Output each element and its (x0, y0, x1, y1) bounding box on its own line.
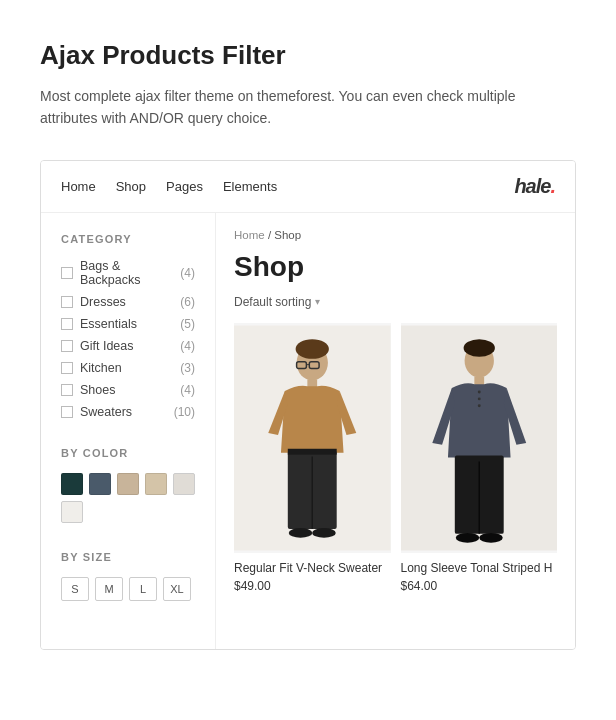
product-card-2[interactable]: Long Sleeve Tonal Striped H $64.00 (401, 323, 558, 593)
color-filter-section: BY COLOR (61, 447, 195, 523)
category-count-dresses: (6) (180, 295, 195, 309)
category-count-bags: (4) (180, 266, 195, 280)
color-swatch-white-gray[interactable] (61, 501, 83, 523)
category-name-bags[interactable]: Bags & Backpacks (80, 259, 180, 287)
nav-link-pages[interactable]: Pages (166, 179, 203, 194)
product-image-2 (401, 323, 558, 553)
product-name-1: Regular Fit V-Neck Sweater (234, 561, 391, 575)
svg-point-18 (477, 404, 480, 407)
breadcrumb-home[interactable]: Home (234, 229, 265, 241)
svg-point-21 (455, 533, 478, 543)
category-list: Bags & Backpacks (4) Dresses (6) (61, 259, 195, 419)
category-name-essentials[interactable]: Essentials (80, 317, 137, 331)
category-count-essentials: (5) (180, 317, 195, 331)
color-swatch-dark-teal[interactable] (61, 473, 83, 495)
sort-select[interactable]: Default sorting ▾ (234, 295, 320, 309)
list-item: Kitchen (3) (61, 361, 195, 375)
product-image-1 (234, 323, 391, 553)
color-swatch-tan[interactable] (117, 473, 139, 495)
svg-point-16 (477, 390, 480, 393)
product-price-2: $64.00 (401, 579, 558, 593)
product-name-2: Long Sleeve Tonal Striped H (401, 561, 558, 575)
svg-point-17 (477, 397, 480, 400)
category-name-gift-ideas[interactable]: Gift Ideas (80, 339, 134, 353)
page-wrapper: Ajax Products Filter Most complete ajax … (0, 0, 616, 650)
page-description: Most complete ajax filter theme on theme… (40, 85, 520, 130)
category-checkbox-shoes[interactable] (61, 384, 73, 396)
color-section-title: BY COLOR (61, 447, 195, 459)
color-swatch-slate-blue[interactable] (89, 473, 111, 495)
site-body: CATEGORY Bags & Backpacks (4) (41, 213, 575, 649)
category-name-shoes[interactable]: Shoes (80, 383, 115, 397)
size-options: S M L XL (61, 577, 195, 601)
list-item: Gift Ideas (4) (61, 339, 195, 353)
product-card-1[interactable]: Regular Fit V-Neck Sweater $49.00 (234, 323, 391, 593)
list-item: Sweaters (10) (61, 405, 195, 419)
svg-point-11 (312, 528, 335, 538)
main-content: Home / Shop Shop Default sorting ▾ (216, 213, 575, 649)
product-price-1: $49.00 (234, 579, 391, 593)
site-logo: hale. (514, 175, 555, 198)
nav-link-home[interactable]: Home (61, 179, 96, 194)
svg-point-2 (296, 339, 329, 359)
site-nav: Home Shop Pages Elements hale. (41, 161, 575, 213)
category-section-title: CATEGORY (61, 233, 195, 245)
breadcrumb-current: Shop (274, 229, 301, 241)
svg-rect-8 (288, 449, 337, 455)
size-btn-l[interactable]: L (129, 577, 157, 601)
browser-frame: Home Shop Pages Elements hale. CATEGORY (40, 160, 576, 650)
sidebar: CATEGORY Bags & Backpacks (4) (41, 213, 216, 649)
color-swatch-light-gray[interactable] (173, 473, 195, 495)
sort-label: Default sorting (234, 295, 311, 309)
breadcrumb: Home / Shop (234, 229, 557, 241)
category-filter-section: CATEGORY Bags & Backpacks (4) (61, 233, 195, 419)
size-section-title: BY SIZE (61, 551, 195, 563)
category-name-sweaters[interactable]: Sweaters (80, 405, 132, 419)
category-name-kitchen[interactable]: Kitchen (80, 361, 122, 375)
category-name-dresses[interactable]: Dresses (80, 295, 126, 309)
category-count-gift-ideas: (4) (180, 339, 195, 353)
category-checkbox-dresses[interactable] (61, 296, 73, 308)
category-count-kitchen: (3) (180, 361, 195, 375)
list-item: Dresses (6) (61, 295, 195, 309)
size-btn-m[interactable]: M (95, 577, 123, 601)
category-checkbox-gift-ideas[interactable] (61, 340, 73, 352)
chevron-down-icon: ▾ (315, 296, 320, 307)
color-swatch-beige[interactable] (145, 473, 167, 495)
size-btn-xl[interactable]: XL (163, 577, 191, 601)
list-item: Bags & Backpacks (4) (61, 259, 195, 287)
product-grid: Regular Fit V-Neck Sweater $49.00 (234, 323, 557, 593)
size-filter-section: BY SIZE S M L XL (61, 551, 195, 601)
shop-title: Shop (234, 251, 557, 283)
page-title: Ajax Products Filter (40, 40, 576, 71)
color-swatches (61, 473, 195, 523)
category-checkbox-sweaters[interactable] (61, 406, 73, 418)
size-btn-s[interactable]: S (61, 577, 89, 601)
category-checkbox-kitchen[interactable] (61, 362, 73, 374)
nav-link-elements[interactable]: Elements (223, 179, 277, 194)
nav-link-shop[interactable]: Shop (116, 179, 146, 194)
svg-point-22 (479, 533, 502, 543)
nav-links: Home Shop Pages Elements (61, 179, 277, 194)
category-count-sweaters: (10) (174, 405, 195, 419)
list-item: Shoes (4) (61, 383, 195, 397)
category-checkbox-bags[interactable] (61, 267, 73, 279)
svg-point-10 (289, 528, 312, 538)
category-count-shoes: (4) (180, 383, 195, 397)
list-item: Essentials (5) (61, 317, 195, 331)
svg-point-14 (463, 339, 494, 357)
sorting-bar: Default sorting ▾ (234, 295, 557, 309)
category-checkbox-essentials[interactable] (61, 318, 73, 330)
